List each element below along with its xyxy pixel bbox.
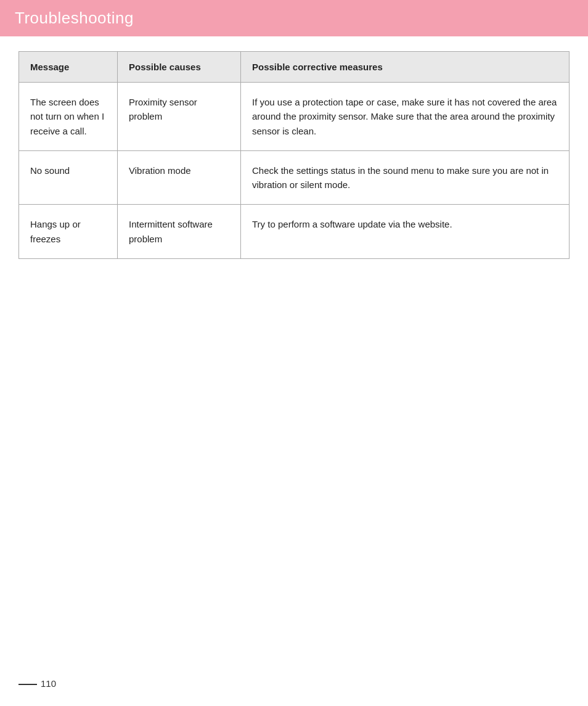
table-row: The screen does not turn on when I recei… — [19, 83, 570, 151]
row3-measure: Try to perform a software update via the… — [241, 205, 570, 259]
page-title: Troubleshooting — [15, 9, 573, 28]
col-header-measures: Possible corrective measures — [241, 52, 570, 83]
troubleshooting-table: Message Possible causes Possible correct… — [18, 51, 570, 259]
col-header-message: Message — [19, 52, 118, 83]
row2-message: No sound — [19, 150, 118, 205]
row1-measure: If you use a protection tape or case, ma… — [241, 83, 570, 151]
row1-cause: Proximity sensor problem — [118, 83, 241, 151]
row2-cause: Vibration mode — [118, 150, 241, 205]
row3-cause: Intermittent software problem — [118, 205, 241, 259]
page-number: 110 — [18, 678, 56, 689]
table-row: No sound Vibration mode Check the settin… — [19, 150, 570, 205]
row1-message: The screen does not turn on when I recei… — [19, 83, 118, 151]
row2-measure: Check the settings status in the sound m… — [241, 150, 570, 205]
page-header: Troubleshooting — [0, 0, 588, 36]
col-header-causes: Possible causes — [118, 52, 241, 83]
row3-message: Hangs up or freezes — [19, 205, 118, 259]
table-row: Hangs up or freezes Intermittent softwar… — [19, 205, 570, 259]
